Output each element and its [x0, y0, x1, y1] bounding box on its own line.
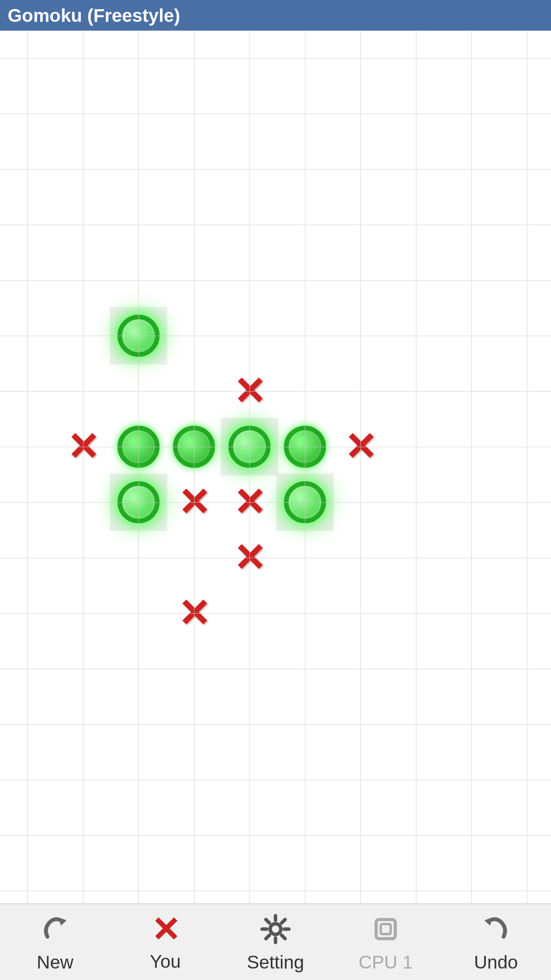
undo-button[interactable]: Undo	[442, 908, 549, 977]
grid-line-horizontal	[0, 391, 551, 392]
app-title: Gomoku (Freestyle)	[8, 5, 180, 26]
setting-label: Setting	[247, 952, 304, 973]
you-icon: ✕	[151, 913, 180, 947]
grid-line-horizontal	[0, 780, 551, 780]
new-button[interactable]: New	[2, 908, 109, 977]
svg-marker-4	[484, 918, 492, 926]
svg-point-1	[270, 924, 281, 934]
grid-line-horizontal	[0, 58, 551, 59]
new-label: New	[37, 952, 73, 973]
cpu1-icon	[368, 912, 403, 948]
grid-line-vertical	[249, 31, 250, 903]
undo-label: Undo	[474, 952, 518, 973]
grid-line-vertical	[28, 31, 28, 903]
grid-line-horizontal	[0, 891, 551, 891]
grid-line-horizontal	[0, 447, 551, 447]
grid-line-vertical	[194, 31, 194, 903]
grid-line-horizontal	[0, 558, 551, 558]
grid-line-horizontal	[0, 225, 551, 225]
grid-line-horizontal	[0, 669, 551, 669]
undo-icon	[479, 912, 513, 948]
grid-line-vertical	[471, 31, 472, 903]
grid-line-horizontal	[0, 613, 551, 614]
grid-line-horizontal	[0, 502, 551, 503]
grid-line-vertical	[139, 31, 139, 903]
you-button[interactable]: ✕You	[112, 908, 219, 977]
svg-rect-3	[381, 924, 391, 934]
cpu1-button: CPU 1	[332, 908, 439, 977]
svg-rect-2	[376, 920, 395, 939]
bottom-bar: New✕You Setting CPU 1 Undo	[0, 903, 551, 980]
grid-line-horizontal	[0, 114, 551, 114]
grid-line-horizontal	[0, 280, 551, 281]
grid-line-vertical	[305, 31, 305, 903]
grid-line-horizontal	[0, 724, 551, 725]
pieces-layer: ✕✕✕✕✕✕✕	[0, 31, 551, 903]
setting-button[interactable]: Setting	[222, 908, 329, 977]
grid-line-horizontal	[0, 169, 551, 170]
title-bar: Gomoku (Freestyle)	[0, 0, 551, 31]
svg-marker-0	[59, 918, 67, 926]
cpu1-label: CPU 1	[359, 952, 412, 973]
game-board[interactable]: ✕✕✕✕✕✕✕	[0, 31, 551, 903]
grid-line-horizontal	[0, 835, 551, 836]
grid-line-vertical	[83, 31, 83, 903]
grid-line-vertical	[360, 31, 361, 903]
grid-line-horizontal	[0, 336, 551, 336]
grid-line-vertical	[527, 31, 527, 903]
setting-icon	[258, 912, 293, 948]
you-label: You	[150, 951, 181, 972]
new-icon	[38, 912, 72, 948]
grid-line-vertical	[416, 31, 416, 903]
